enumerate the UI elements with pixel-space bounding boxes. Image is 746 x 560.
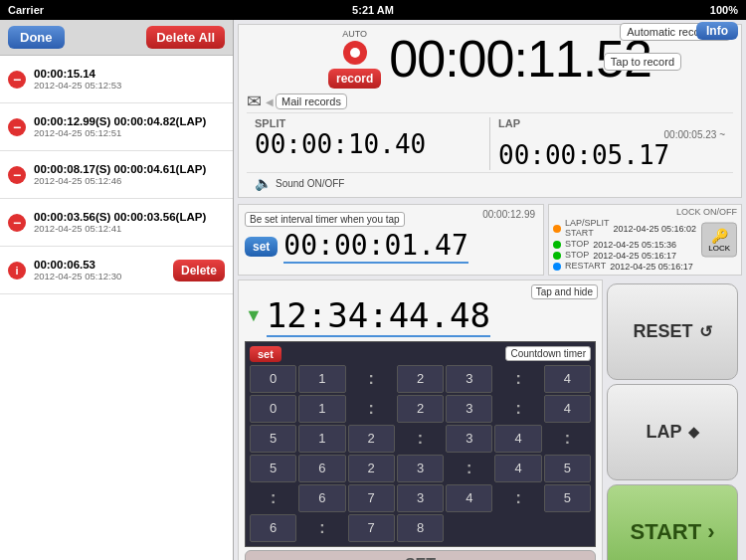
- auto-text: AUTO: [342, 29, 367, 39]
- lap-timestamp: 2012-04-25 05:16:17: [593, 251, 676, 261]
- numpad-digit[interactable]: 0: [250, 395, 296, 423]
- numpad-digit[interactable]: 5: [250, 425, 296, 453]
- lock-button[interactable]: 🔑 LOCK: [701, 222, 737, 257]
- numpad-digit[interactable]: 3: [397, 484, 444, 512]
- tap-to-record-label: Tap to record: [604, 53, 681, 71]
- record-date: 2012-04-25 05:12:41: [34, 223, 225, 234]
- countdown-timer-hint: Countdown timer: [505, 346, 591, 361]
- minus-button[interactable]: −: [8, 166, 26, 184]
- minus-button[interactable]: −: [8, 214, 26, 232]
- lap-action-tag: RESTART: [565, 262, 606, 272]
- lap-action-tag: STOP: [565, 240, 589, 250]
- carrier-label: Carrier: [8, 4, 44, 16]
- lap-dot: [553, 263, 561, 271]
- countdown-arrow: ▼: [245, 305, 263, 326]
- numpad-digit[interactable]: 7: [348, 484, 395, 512]
- minus-button[interactable]: −: [8, 71, 26, 89]
- numpad-separator[interactable]: :: [494, 395, 541, 423]
- middle-section: Be set interval timer when you tap 00:00…: [238, 204, 742, 276]
- numpad-digit[interactable]: 1: [298, 365, 345, 393]
- numpad-digit[interactable]: 4: [544, 395, 591, 423]
- done-button[interactable]: Done: [8, 26, 65, 49]
- numpad-separator[interactable]: :: [397, 425, 444, 453]
- lap-diamond-icon: ◆: [688, 424, 699, 440]
- status-bar: Carrier 5:21 AM 100%: [0, 0, 746, 20]
- minus-button[interactable]: −: [8, 118, 26, 136]
- record-item: −00:00:15.142012-04-25 05:12:53: [0, 56, 233, 103]
- tap-hide-label[interactable]: Tap and hide: [531, 284, 598, 299]
- interval-section: Be set interval timer when you tap 00:00…: [238, 204, 544, 276]
- record-main-time: 00:00:08.17(S) 00:00:04.61(LAP): [34, 163, 225, 175]
- numpad-digit[interactable]: 2: [348, 425, 395, 453]
- numpad-digit[interactable]: 2: [397, 395, 444, 423]
- numpad-digit[interactable]: 4: [544, 365, 591, 393]
- numpad-separator[interactable]: :: [494, 365, 541, 393]
- set-bottom-button[interactable]: SET: [245, 550, 596, 560]
- numpad-digit[interactable]: 3: [397, 455, 444, 482]
- numpad-digit[interactable]: 6: [250, 514, 296, 542]
- start-button[interactable]: START ›: [607, 484, 738, 560]
- numpad-digit[interactable]: 0: [250, 365, 296, 393]
- interval-small-time: 00:00:12.99: [482, 209, 535, 220]
- numpad-digit[interactable]: 2: [397, 365, 444, 393]
- numpad-grid[interactable]: 01:23:401:23:4512:34:5623:45:6734:56:78: [250, 365, 591, 542]
- record-item: −00:00:08.17(S) 00:00:04.61(LAP)2012-04-…: [0, 151, 233, 199]
- countdown-time-row: ▼ 12:34:44.48: [245, 295, 596, 337]
- numpad-digit[interactable]: 4: [494, 455, 541, 482]
- mail-icon[interactable]: ✉: [247, 91, 262, 112]
- lap-dot: [553, 241, 561, 249]
- numpad-separator[interactable]: :: [544, 425, 591, 453]
- numpad-separator[interactable]: :: [298, 514, 345, 542]
- reset-label: RESET: [633, 321, 692, 342]
- numpad-separator[interactable]: :: [348, 395, 395, 423]
- delete-button[interactable]: Delete: [173, 260, 225, 281]
- record-main-time: 00:00:06.53: [34, 259, 173, 271]
- numpad-digit[interactable]: 3: [446, 425, 492, 453]
- numpad-area: set Countdown timer 01:23:401:23:4512:34…: [245, 341, 596, 547]
- sound-label: Sound ON/OFF: [276, 178, 344, 189]
- record-button[interactable]: record: [328, 69, 381, 89]
- numpad-top: set Countdown timer: [250, 346, 591, 362]
- lap-action-label: LAP: [647, 422, 682, 443]
- numpad-separator[interactable]: :: [348, 365, 395, 393]
- delete-all-button[interactable]: Delete All: [146, 26, 225, 49]
- numpad-digit[interactable]: 4: [446, 484, 492, 512]
- auto-dot: [350, 48, 360, 58]
- time-label: 5:21 AM: [352, 4, 394, 16]
- countdown-time: 12:34:44.48: [267, 295, 490, 337]
- numpad-separator[interactable]: :: [446, 455, 492, 482]
- info-circle-button[interactable]: i: [8, 262, 26, 280]
- numpad-separator[interactable]: :: [250, 484, 296, 512]
- numpad-digit[interactable]: 3: [446, 365, 492, 393]
- mail-records-label[interactable]: Mail records: [276, 93, 347, 109]
- numpad-digit[interactable]: 2: [348, 455, 395, 482]
- numpad-digit[interactable]: 1: [298, 395, 345, 423]
- numpad-set-button[interactable]: set: [250, 346, 281, 362]
- numpad-digit[interactable]: 3: [446, 395, 492, 423]
- sound-icon[interactable]: 🔈: [255, 175, 272, 191]
- sound-row: 🔈 Sound ON/OFF: [247, 172, 733, 193]
- numpad-digit[interactable]: 6: [298, 484, 345, 512]
- record-date: 2012-04-25 05:12:51: [34, 127, 225, 138]
- left-top-bar: Done Delete All: [0, 20, 233, 56]
- numpad-separator[interactable]: :: [494, 484, 541, 512]
- numpad-digit[interactable]: 4: [494, 425, 541, 453]
- lap-list-section: LOCK ON/OFF LAP/SPLITSTART2012-04-25 05:…: [548, 204, 742, 276]
- record-date: 2012-04-25 05:12:53: [34, 80, 225, 91]
- lap-action-button[interactable]: LAP ◆: [607, 384, 738, 480]
- start-arrow-icon: ›: [707, 519, 714, 545]
- numpad-digit[interactable]: 6: [298, 455, 345, 482]
- split-lap-row: SPLIT 00:00:10.40 LAP 00:00:05.23 ~ 00:0…: [247, 112, 733, 172]
- interval-hint: Be set interval timer when you tap: [245, 212, 405, 227]
- numpad-digit[interactable]: 7: [348, 514, 395, 542]
- interval-set-button[interactable]: set: [245, 237, 278, 257]
- info-button[interactable]: Info: [696, 22, 738, 40]
- numpad-digit[interactable]: 1: [298, 425, 345, 453]
- numpad-digit[interactable]: 8: [397, 514, 444, 542]
- auto-circle: [343, 41, 367, 65]
- numpad-digit[interactable]: 5: [544, 484, 591, 512]
- reset-button[interactable]: RESET ↺: [607, 283, 738, 380]
- main-layout: Done Delete All −00:00:15.142012-04-25 0…: [0, 20, 746, 560]
- numpad-digit[interactable]: 5: [544, 455, 591, 482]
- numpad-digit[interactable]: 5: [250, 455, 296, 482]
